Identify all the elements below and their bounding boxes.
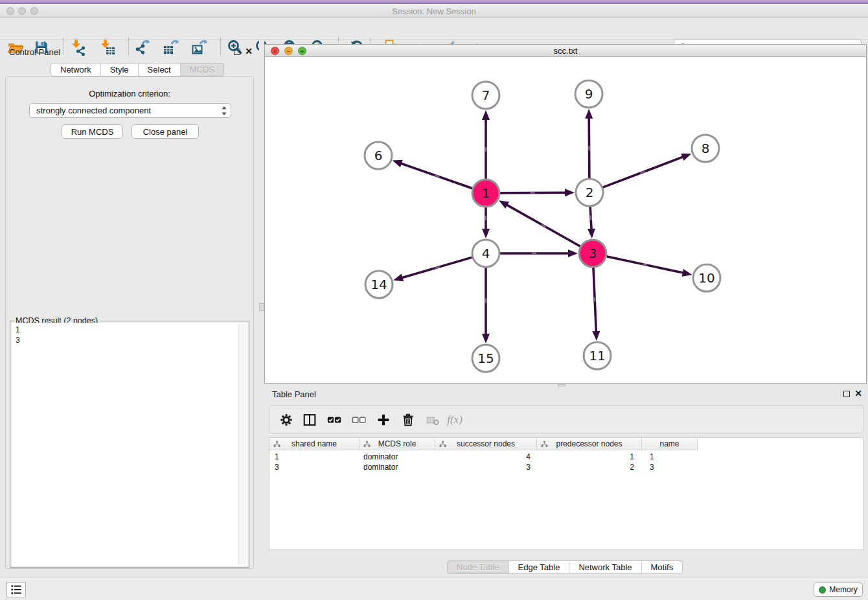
table-cell[interactable]: 4 xyxy=(435,452,537,462)
button-label: Close panel xyxy=(143,127,188,137)
main-toolbar xyxy=(0,18,868,40)
tab-network-table[interactable]: Network Table xyxy=(569,560,641,574)
control-panel-close-button[interactable]: ✕ xyxy=(244,47,254,56)
tab-label: Select xyxy=(148,65,171,75)
tab-label: Network xyxy=(60,65,91,75)
close-panel-button[interactable]: Close panel xyxy=(131,124,199,139)
function-builder-button-disabled: f(x) xyxy=(446,411,464,428)
network-window-title: scc.txt xyxy=(265,46,866,56)
edge-handle xyxy=(530,192,534,194)
status-bar: Memory xyxy=(0,577,868,600)
table-cell[interactable]: dominator xyxy=(360,452,435,462)
optimization-criterion-label: Optimization criterion: xyxy=(6,89,253,98)
table-cell[interactable]: 1 xyxy=(537,452,642,462)
column-header-name[interactable]: name xyxy=(642,438,698,450)
chevron-up-down-icon xyxy=(221,106,227,118)
tab-motifs[interactable]: Motifs xyxy=(642,560,683,574)
table-toolbar: f(x) xyxy=(269,405,863,433)
edge-handle xyxy=(485,299,487,303)
trash-icon xyxy=(400,412,416,428)
tab-network[interactable]: Network xyxy=(51,63,101,76)
column-label: MCDS role xyxy=(378,439,417,448)
memory-status-icon xyxy=(819,586,826,594)
table-cell[interactable]: dominator xyxy=(360,462,435,472)
tab-label: Motifs xyxy=(651,562,674,572)
graph-node-label: 7 xyxy=(482,87,490,103)
deselect-all-button[interactable] xyxy=(350,411,368,428)
table-panel-tabs: Node Table Edge Table Network Table Moti… xyxy=(447,560,683,575)
network-graph[interactable]: 7968124314101511 xyxy=(265,57,866,383)
optimization-criterion-select[interactable]: strongly connected component xyxy=(29,103,231,118)
column-label: shared name xyxy=(291,439,337,448)
table-cell[interactable]: 2 xyxy=(537,462,642,472)
mcds-result-list[interactable]: 1 3 xyxy=(12,323,247,566)
table-row[interactable]: 1dominator411 xyxy=(269,452,703,462)
graph-edge-arrowhead xyxy=(568,249,578,257)
table-cell[interactable]: 3 xyxy=(435,462,537,472)
edge-handle xyxy=(485,216,487,220)
close-icon: ✕ xyxy=(245,47,253,55)
network-window-titlebar[interactable]: ✕ − + scc.txt xyxy=(265,45,866,57)
tab-select[interactable]: Select xyxy=(139,63,181,76)
splitter-handle[interactable] xyxy=(259,303,264,311)
result-scrollbar[interactable] xyxy=(238,324,246,564)
memory-button[interactable]: Memory xyxy=(814,583,863,597)
tab-edge-table[interactable]: Edge Table xyxy=(509,560,570,574)
window-title: Session: New Session xyxy=(0,6,868,16)
memory-label: Memory xyxy=(829,585,857,594)
hierarchy-icon xyxy=(439,441,446,448)
column-label: successor nodes xyxy=(457,439,515,448)
tab-node-table[interactable]: Node Table xyxy=(447,560,509,574)
plus-icon xyxy=(376,412,391,428)
graph-node-label: 6 xyxy=(374,148,383,163)
show-columns-button[interactable] xyxy=(301,411,319,428)
control-panel-tabs: Network Style Select MCDS xyxy=(51,63,224,76)
columns-icon xyxy=(302,412,317,428)
graph-edge-arrowhead xyxy=(482,334,490,343)
tab-mcds[interactable]: MCDS xyxy=(181,63,224,76)
table-cell[interactable]: 1 xyxy=(269,452,360,462)
table-cell[interactable]: 3 xyxy=(642,462,698,472)
column-header-shared-name[interactable]: shared name xyxy=(269,438,360,450)
tab-style[interactable]: Style xyxy=(101,63,139,76)
column-header-mcds-role[interactable]: MCDS role xyxy=(360,438,435,450)
column-label: name xyxy=(659,439,679,448)
table-cell[interactable]: 3 xyxy=(269,462,360,472)
tab-label: Node Table xyxy=(457,562,499,572)
delete-table-button-disabled xyxy=(424,411,442,428)
control-panel-title: Control Panel xyxy=(9,47,60,57)
mcds-result-line: 3 xyxy=(16,335,244,345)
delete-table-icon xyxy=(425,412,440,428)
vertical-splitter[interactable] xyxy=(259,40,264,577)
gear-icon xyxy=(279,412,294,428)
graph-node-label: 8 xyxy=(702,141,710,156)
run-mcds-button[interactable]: Run MCDS xyxy=(62,124,123,139)
graph-node-label: 9 xyxy=(585,86,593,102)
table-cell[interactable]: 1 xyxy=(642,452,698,462)
task-history-button[interactable] xyxy=(6,582,26,597)
float-icon xyxy=(234,49,240,55)
create-column-button[interactable] xyxy=(374,411,393,428)
control-panel-float-button[interactable] xyxy=(232,47,242,56)
table-panel-float-button[interactable] xyxy=(841,389,852,398)
graph-edge-arrowhead xyxy=(499,200,509,209)
column-header-successor-nodes[interactable]: successor nodes xyxy=(435,438,537,450)
node-table: shared name MCDS role successor nodes pr… xyxy=(269,437,863,550)
column-header-predecessor-nodes[interactable]: predecessor nodes xyxy=(537,438,642,450)
graph-node-label: 10 xyxy=(698,270,714,286)
graph-edge-arrowhead xyxy=(565,189,575,196)
graph-edge-arrowhead xyxy=(585,109,593,119)
delete-column-button[interactable] xyxy=(399,411,417,428)
table-settings-button[interactable] xyxy=(277,411,295,428)
select-all-button[interactable] xyxy=(325,411,343,428)
graph-edge-arrowhead xyxy=(482,229,490,238)
titlebar: Session: New Session xyxy=(0,4,868,18)
table-panel-close-button[interactable]: ✕ xyxy=(853,389,863,398)
table-header-row: shared name MCDS role successor nodes pr… xyxy=(269,438,698,450)
fx-icon: f(x) xyxy=(447,413,463,426)
graph-edge-arrowhead xyxy=(682,269,692,277)
table-row[interactable]: 3dominator323 xyxy=(269,462,703,472)
graph-node-label: 15 xyxy=(477,351,494,366)
checked-boxes-icon xyxy=(326,412,343,428)
application-window: Session: New Session xyxy=(0,0,868,600)
